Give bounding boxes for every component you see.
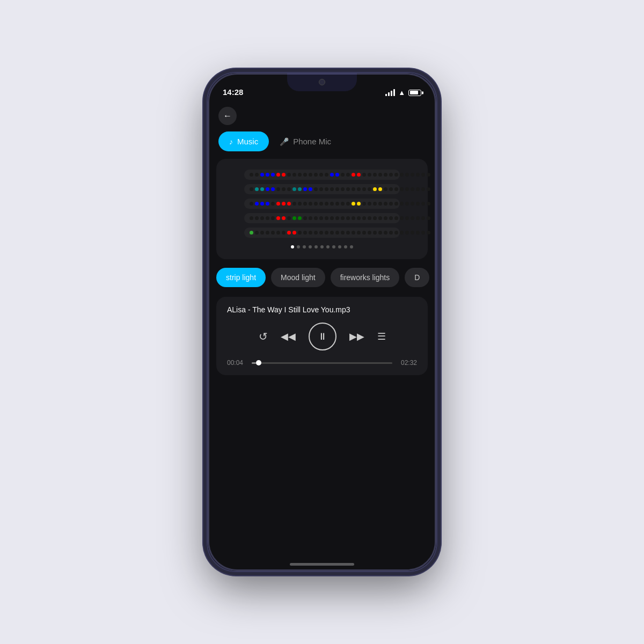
signal-icon	[385, 89, 395, 96]
page-dot[interactable]	[338, 245, 341, 248]
led-dot	[341, 216, 345, 220]
pause-button[interactable]: ⏸	[309, 323, 336, 350]
led-dot	[309, 173, 312, 177]
page-dot[interactable]	[309, 245, 312, 248]
player-controls: ↺ ◀◀ ⏸ ▶▶ ☰	[227, 323, 417, 350]
led-dot	[325, 187, 328, 191]
page-dot[interactable]	[303, 245, 306, 248]
led-dot	[330, 202, 334, 206]
led-dot	[362, 173, 366, 177]
music-icon: ♪	[229, 137, 233, 146]
phone-mic-tab[interactable]: 🎤 Phone Mic	[269, 131, 342, 151]
led-dot	[309, 216, 312, 220]
led-dot	[346, 216, 350, 220]
led-dot	[292, 231, 296, 235]
led-dot	[276, 216, 280, 220]
led-dot	[282, 173, 286, 177]
back-button[interactable]: ←	[218, 107, 237, 125]
led-dot	[384, 187, 387, 191]
led-dot	[384, 216, 387, 220]
led-dot	[287, 231, 291, 235]
fast-forward-button[interactable]: ▶▶	[349, 331, 364, 342]
led-dot	[378, 231, 382, 235]
led-dot	[260, 231, 264, 235]
rewind-button[interactable]: ◀◀	[281, 331, 296, 342]
current-time: 00:04	[227, 359, 246, 367]
led-dot	[427, 187, 430, 191]
led-dot	[325, 231, 328, 235]
led-dot	[255, 216, 259, 220]
page-dot[interactable]	[320, 245, 324, 248]
led-dot	[384, 173, 387, 177]
led-dot	[276, 173, 280, 177]
led-dot	[362, 202, 366, 206]
page-dot[interactable]	[291, 245, 294, 248]
led-dot	[416, 187, 420, 191]
led-dot	[411, 231, 414, 235]
led-dot	[287, 173, 291, 177]
led-dot	[282, 187, 286, 191]
led-dot	[427, 231, 430, 235]
led-dot	[357, 202, 361, 206]
wifi-icon: ▲	[398, 89, 405, 97]
page-dot[interactable]	[326, 245, 330, 248]
led-dot	[319, 231, 323, 235]
led-dot	[357, 231, 361, 235]
led-dot	[319, 173, 323, 177]
led-dot	[411, 187, 414, 191]
led-dot	[421, 173, 425, 177]
filter-chip-fireworks[interactable]: fireworks lights	[331, 268, 400, 287]
led-dot	[352, 202, 355, 206]
led-dot	[276, 187, 280, 191]
filter-chip-d[interactable]: D	[405, 268, 429, 287]
music-tab-label: Music	[237, 137, 258, 146]
led-dot	[303, 231, 307, 235]
led-dot	[335, 202, 339, 206]
led-dot	[346, 187, 350, 191]
led-dot	[411, 173, 414, 177]
led-dot	[314, 231, 318, 235]
filter-chip-strip[interactable]: strip light	[216, 268, 266, 287]
led-dot	[260, 202, 264, 206]
led-dot	[416, 202, 420, 206]
player: ALisa - The Way I Still Love You.mp3 ↺ ◀…	[216, 297, 428, 375]
playlist-button[interactable]: ☰	[377, 331, 386, 342]
led-dot	[394, 216, 398, 220]
progress-bar[interactable]	[252, 362, 392, 364]
led-dot	[325, 173, 328, 177]
music-tab[interactable]: ♪ Music	[218, 131, 269, 151]
led-dot	[411, 202, 414, 206]
page-dot[interactable]	[350, 245, 353, 248]
back-arrow-icon: ←	[223, 111, 232, 121]
led-dot	[373, 231, 377, 235]
status-time: 14:28	[223, 87, 243, 97]
mic-icon: 🎤	[280, 137, 289, 146]
led-dot	[416, 216, 420, 220]
page-dot[interactable]	[297, 245, 300, 248]
led-dot	[298, 231, 302, 235]
screen-content: ← ♪ Music 🎤 Phone Mic	[208, 73, 436, 571]
page-dot[interactable]	[344, 245, 347, 248]
led-dot	[255, 187, 259, 191]
led-dot	[260, 187, 264, 191]
led-dot	[266, 187, 269, 191]
page-dot[interactable]	[332, 245, 335, 248]
filter-chip-mood[interactable]: Mood light	[271, 268, 325, 287]
led-dot	[362, 231, 366, 235]
led-dot	[352, 231, 355, 235]
screen: 14:28 ▲ ←	[208, 73, 436, 571]
camera	[319, 79, 325, 85]
led-dot	[421, 187, 425, 191]
replay-button[interactable]: ↺	[259, 330, 268, 343]
led-dot	[416, 231, 420, 235]
led-dot	[394, 202, 398, 206]
led-dot	[421, 216, 425, 220]
led-dot	[389, 202, 393, 206]
status-icons: ▲	[385, 89, 421, 97]
led-dot	[330, 187, 334, 191]
led-dot	[368, 216, 371, 220]
led-dot	[362, 216, 366, 220]
led-dot	[266, 231, 269, 235]
led-dot	[255, 173, 259, 177]
page-dot[interactable]	[314, 245, 318, 248]
